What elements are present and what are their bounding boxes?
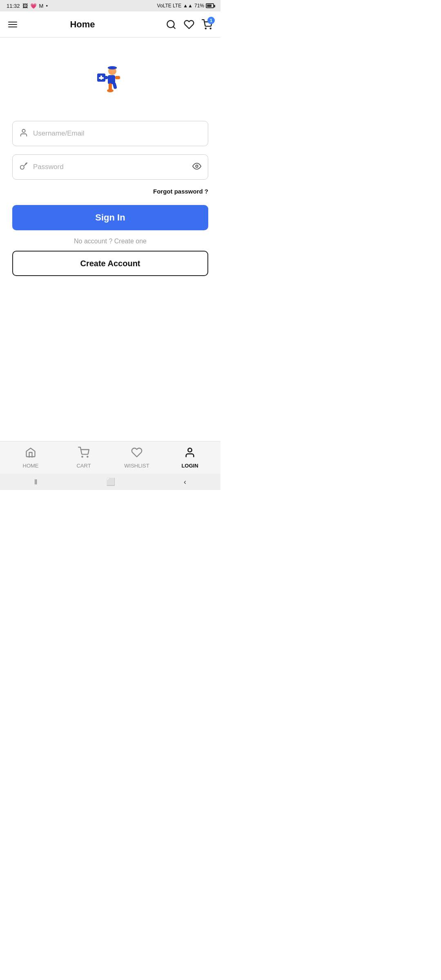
bottom-nav-wishlist[interactable]: WISHLIST xyxy=(120,447,153,469)
svg-rect-12 xyxy=(115,76,120,79)
status-photo-icon: 🖼 xyxy=(22,3,28,9)
cart-button[interactable]: 1 xyxy=(202,19,212,30)
svg-point-21 xyxy=(188,448,192,452)
user-icon xyxy=(19,128,28,139)
signin-button[interactable]: Sign In xyxy=(12,205,208,230)
password-form-group xyxy=(12,154,208,180)
status-right: VoLTE LTE ▲▲ 71% xyxy=(157,3,214,9)
status-time: 11:32 xyxy=(7,3,20,9)
wishlist-nav-icon xyxy=(131,447,143,461)
system-nav-menu[interactable]: ⦀ xyxy=(34,478,38,486)
no-account-text: No account ? Create one xyxy=(74,238,147,245)
page-title: Home xyxy=(0,19,166,30)
password-input[interactable] xyxy=(33,163,192,171)
bottom-nav-cart-label: CART xyxy=(76,463,91,469)
status-health-icon: 💗 xyxy=(30,3,37,9)
bottom-nav: HOME CART WISHLIST LOGIN xyxy=(0,441,220,474)
username-input[interactable] xyxy=(33,129,201,138)
svg-point-2 xyxy=(205,28,206,29)
forgot-password-link[interactable]: Forgot password ? xyxy=(153,188,208,195)
nav-icons: 1 xyxy=(166,19,212,30)
svg-point-14 xyxy=(107,89,114,92)
status-battery-pct: 71% xyxy=(194,3,204,9)
cart-badge: 1 xyxy=(207,17,215,24)
forgot-password-container: Forgot password ? xyxy=(12,188,208,195)
svg-point-3 xyxy=(210,28,211,29)
bottom-nav-login-label: LOGIN xyxy=(181,463,198,469)
svg-rect-11 xyxy=(99,77,104,79)
home-icon xyxy=(25,447,36,461)
status-left: 11:32 🖼 💗 M • xyxy=(7,3,48,9)
key-icon xyxy=(19,162,28,173)
status-dot: • xyxy=(46,3,48,9)
top-nav: Home 1 xyxy=(0,11,220,38)
bottom-nav-login[interactable]: LOGIN xyxy=(174,447,206,469)
username-input-wrapper xyxy=(12,121,208,146)
svg-point-19 xyxy=(82,456,82,457)
battery-icon xyxy=(206,3,214,8)
status-email-icon: M xyxy=(39,3,44,9)
svg-line-1 xyxy=(173,27,175,29)
svg-point-17 xyxy=(20,165,24,169)
cart-nav-icon xyxy=(78,447,89,461)
svg-rect-15 xyxy=(112,82,117,89)
username-form-group xyxy=(12,121,208,146)
svg-point-16 xyxy=(22,129,25,132)
system-nav-back[interactable]: ‹ xyxy=(184,478,186,486)
system-nav-home[interactable]: ⬜ xyxy=(106,477,115,486)
system-nav-bar: ⦀ ⬜ ‹ xyxy=(0,474,220,490)
bottom-nav-home[interactable]: HOME xyxy=(14,447,47,469)
status-signal-bars: ▲▲ xyxy=(183,3,193,9)
wishlist-button[interactable] xyxy=(184,19,194,30)
app-logo xyxy=(90,62,131,105)
bottom-nav-wishlist-label: WISHLIST xyxy=(124,463,149,469)
search-button[interactable] xyxy=(166,19,176,30)
bottom-nav-home-label: HOME xyxy=(23,463,39,469)
status-signal-text: VoLTE LTE xyxy=(157,3,182,9)
bottom-nav-cart[interactable]: CART xyxy=(67,447,100,469)
svg-rect-6 xyxy=(108,67,117,69)
main-content: Forgot password ? Sign In No account ? C… xyxy=(0,38,220,441)
login-nav-icon xyxy=(184,447,196,461)
toggle-password-icon[interactable] xyxy=(192,162,201,173)
create-account-button[interactable]: Create Account xyxy=(12,251,208,276)
svg-point-18 xyxy=(196,165,198,167)
password-input-wrapper xyxy=(12,154,208,180)
status-bar: 11:32 🖼 💗 M • VoLTE LTE ▲▲ 71% xyxy=(0,0,220,11)
svg-point-20 xyxy=(87,456,88,457)
